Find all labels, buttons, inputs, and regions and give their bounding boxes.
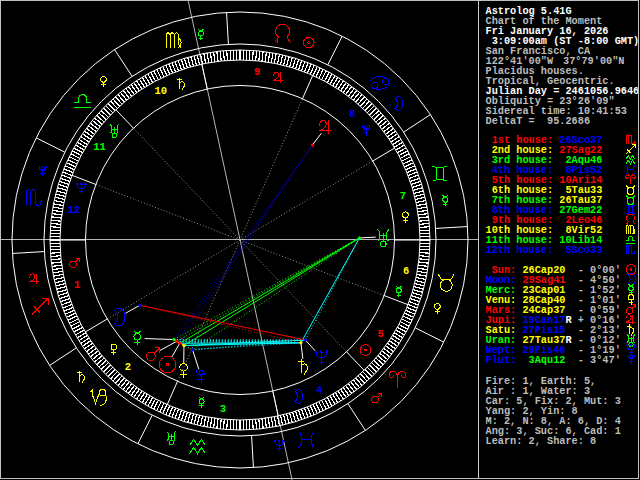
svg-text:2: 2	[125, 361, 131, 373]
svg-text:3: 3	[220, 403, 226, 415]
svg-text:R: R	[565, 334, 572, 346]
svg-text:R: R	[565, 314, 572, 326]
svg-text:12th house:: 12th house:	[486, 244, 554, 256]
svg-text:DeltaT = 95.2686: DeltaT = 95.2686	[486, 115, 591, 127]
svg-text:- 3°47': - 3°47'	[578, 354, 621, 366]
svg-text:12: 12	[68, 204, 81, 216]
svg-text:3Aqu12: 3Aqu12	[522, 354, 565, 366]
svg-text:4: 4	[316, 384, 322, 396]
svg-text:11: 11	[93, 141, 106, 153]
svg-text:Plut:: Plut:	[486, 354, 517, 366]
svg-text:10: 10	[155, 85, 168, 97]
svg-text:Learn: 2, Share: 8: Learn: 2, Share: 8	[486, 435, 597, 447]
svg-text:1: 1	[74, 279, 80, 291]
svg-text:9: 9	[254, 66, 260, 78]
svg-text:6: 6	[403, 265, 409, 277]
svg-text:7: 7	[400, 190, 406, 202]
svg-text:5: 5	[377, 328, 383, 340]
svg-text:37°79'00"N: 37°79'00"N	[563, 55, 625, 67]
svg-text:5Sco33: 5Sco33	[559, 244, 602, 256]
svg-text:8: 8	[349, 108, 355, 120]
